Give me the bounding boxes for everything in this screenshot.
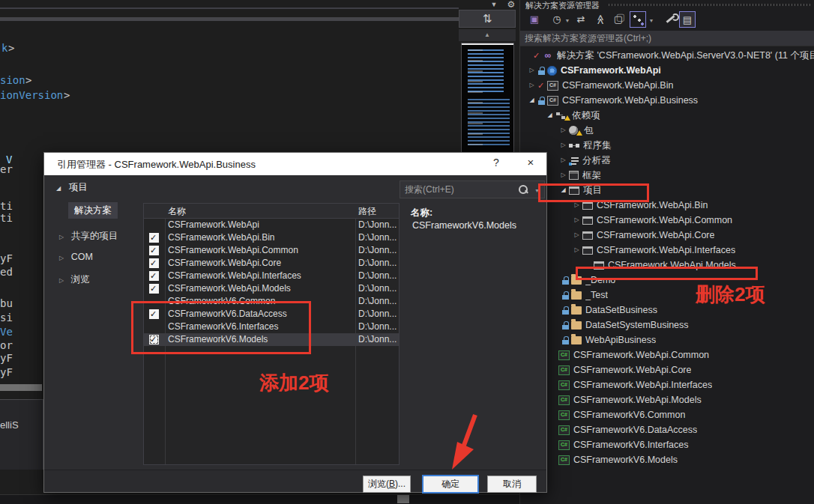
gear-icon[interactable]: ⚙ bbox=[505, 0, 517, 10]
nav-item-shared-projects[interactable]: ▷ 共享的项目 bbox=[59, 230, 118, 243]
tree-item[interactable]: _Test bbox=[520, 288, 814, 303]
detail-name-label: 名称: bbox=[411, 207, 432, 219]
code-minimap[interactable] bbox=[461, 43, 514, 154]
filter-dropdown-icon[interactable] bbox=[564, 11, 571, 28]
pending-changes-filter-icon[interactable] bbox=[549, 11, 565, 28]
table-header[interactable]: 名称 路径 bbox=[144, 204, 399, 219]
switch-views-icon[interactable] bbox=[526, 11, 543, 28]
track-dropdown-icon[interactable] bbox=[648, 11, 655, 28]
horizontal-scrollbar-thumb[interactable] bbox=[0, 384, 42, 391]
collapsed-arrow-icon[interactable]: ▷ bbox=[571, 213, 582, 228]
collapsed-arrow-icon[interactable]: ▷ bbox=[571, 228, 582, 243]
collapsed-arrow-icon[interactable]: ▷ bbox=[558, 153, 569, 168]
tree-item[interactable]: ▷CSFramework.WebApi bbox=[520, 63, 814, 78]
properties-wrench-icon[interactable] bbox=[663, 11, 679, 28]
reference-row[interactable]: CSFramework.WebApiD:\Jonn... bbox=[144, 219, 399, 231]
tree-item[interactable]: ◢C#CSFramework.WebApi.Business bbox=[520, 93, 814, 108]
collapsed-arrow-icon[interactable]: ▷ bbox=[571, 243, 582, 258]
ana-icon bbox=[569, 156, 579, 166]
panel-header[interactable]: 解决方案资源管理器 bbox=[520, 0, 814, 10]
collapsed-arrow-icon[interactable]: ▷ bbox=[558, 123, 569, 138]
browse-key: B bbox=[389, 479, 395, 489]
annotation-label-delete: 删除2项 bbox=[696, 282, 765, 308]
proj-icon bbox=[582, 231, 593, 240]
collapsed-arrow-icon[interactable]: ▷ bbox=[558, 168, 569, 183]
code-fragment: bu bbox=[0, 298, 13, 309]
tree-item[interactable]: C#CSFrameworkV6.Models bbox=[520, 452, 814, 467]
reference-checkbox[interactable] bbox=[149, 284, 159, 294]
expanded-arrow-icon[interactable]: ◢ bbox=[544, 108, 555, 123]
tree-item[interactable]: ▷CSFramework.WebApi.Core bbox=[520, 228, 814, 243]
tree-item[interactable]: ▷程序集 bbox=[520, 138, 814, 153]
tree-item[interactable]: ▷✓C#CSFramework.WebApi.Bin bbox=[520, 78, 814, 93]
nav-item-browse[interactable]: ▷ 浏览 bbox=[59, 273, 90, 286]
nav-item-com[interactable]: ▷ COM bbox=[59, 252, 93, 262]
tree-item[interactable]: C#CSFramework.WebApi.Interfaces bbox=[520, 377, 814, 392]
nav-group-projects[interactable]: ◢ 项目 bbox=[56, 181, 88, 194]
tree-item[interactable]: WebApiBusiness bbox=[520, 333, 814, 347]
tree-item[interactable]: ▷CSFramework.WebApi.Interfaces bbox=[520, 243, 814, 258]
editor-splitter-bar[interactable] bbox=[0, 17, 459, 21]
tree-item[interactable]: C#CSFramework.WebApi.Common bbox=[520, 347, 814, 362]
intellisense-popup: elliS bbox=[0, 399, 43, 470]
reference-row[interactable]: CSFramework.WebApi.BinD:\Jonn... bbox=[144, 231, 399, 244]
tree-item[interactable]: ▷CSFramework.WebApi.Common bbox=[520, 213, 814, 228]
tree-item[interactable]: ▷框架 bbox=[520, 168, 814, 183]
tree-item[interactable]: C#CSFramework.WebApi.Models bbox=[520, 392, 814, 407]
tree-item[interactable]: DataSetSystemBusiness bbox=[520, 318, 814, 333]
tree-item[interactable]: C#CSFrameworkV6.Common bbox=[520, 407, 814, 422]
reference-path: D:\Jonn... bbox=[358, 333, 399, 346]
tree-item-label: CSFrameworkV6.Interfaces bbox=[573, 437, 689, 452]
bottom-scrollbar-thumb[interactable] bbox=[397, 495, 409, 503]
reference-checkbox[interactable] bbox=[149, 258, 159, 268]
show-all-files-icon[interactable] bbox=[679, 11, 696, 28]
explorer-search-input[interactable] bbox=[525, 31, 802, 45]
collapsed-arrow-icon[interactable]: ▷ bbox=[558, 138, 569, 153]
reference-checkbox[interactable] bbox=[149, 271, 159, 281]
tree-item[interactable]: ◢依赖项 bbox=[520, 108, 814, 123]
tree-item[interactable]: ▷包 bbox=[520, 123, 814, 138]
reference-checkbox[interactable] bbox=[149, 233, 159, 243]
reference-row[interactable]: CSFramework.WebApi.InterfacesD:\Jonn... bbox=[144, 270, 399, 282]
name-column-header[interactable]: 名称 bbox=[168, 204, 186, 219]
splitter-handle[interactable]: ⇅ bbox=[459, 10, 516, 28]
tree-item[interactable]: C#CSFramework.WebApi.Core bbox=[520, 362, 814, 377]
code-fragment: sion bbox=[0, 75, 25, 85]
collapsed-arrow-icon[interactable]: ▷ bbox=[526, 78, 537, 93]
preview-selected-items-icon[interactable] bbox=[610, 11, 627, 28]
reference-row[interactable]: CSFramework.WebApi.CommonD:\Jonn... bbox=[144, 244, 399, 257]
tree-item[interactable]: C#CSFrameworkV6.Interfaces bbox=[520, 437, 814, 452]
collapse-all-icon[interactable] bbox=[592, 11, 609, 28]
help-icon[interactable]: ? bbox=[486, 157, 506, 171]
path-column-header[interactable]: 路径 bbox=[358, 204, 376, 219]
collapsed-arrow-icon[interactable]: ▷ bbox=[526, 63, 537, 78]
reference-name: CSFramework.WebApi.Models bbox=[168, 282, 352, 295]
browse-button[interactable]: 浏览(B)... bbox=[363, 476, 411, 493]
asm-icon bbox=[569, 141, 579, 151]
nav-item-solution[interactable]: 解决方案 bbox=[68, 202, 118, 219]
folder-icon bbox=[571, 306, 582, 315]
lock-icon bbox=[537, 65, 547, 76]
code-fragment: Ve bbox=[0, 327, 13, 337]
chevron-down-icon[interactable]: ▼ bbox=[489, 0, 499, 9]
search-icon[interactable] bbox=[519, 185, 528, 194]
dialog-search-input[interactable] bbox=[405, 183, 517, 196]
close-icon[interactable]: × bbox=[519, 156, 542, 172]
reference-row[interactable]: CSFramework.WebApi.CoreD:\Jonn... bbox=[144, 257, 399, 270]
tree-item[interactable]: ✓∞解决方案 'CSFramework.WebApi.ServerV3.0-NE… bbox=[520, 48, 814, 63]
sync-with-active-document-icon[interactable] bbox=[573, 11, 589, 28]
csg-icon: C# bbox=[558, 410, 570, 420]
reference-row[interactable]: CSFramework.WebApi.ModelsD:\Jonn... bbox=[144, 282, 399, 295]
tree-item[interactable]: C#CSFrameworkV6.DataAccess bbox=[520, 422, 814, 437]
csg-icon: C# bbox=[558, 350, 570, 360]
scroll-up-arrow[interactable]: ▲ bbox=[459, 29, 516, 41]
expanded-arrow-icon[interactable]: ◢ bbox=[526, 93, 537, 108]
ok-button[interactable]: 确定 bbox=[423, 476, 478, 493]
reference-checkbox[interactable] bbox=[149, 246, 159, 255]
tree-item[interactable]: DataSetBusiness bbox=[520, 303, 814, 318]
editor-bottom-bar bbox=[0, 494, 519, 504]
tree-item[interactable]: ▷分析器 bbox=[520, 153, 814, 168]
dialog-titlebar[interactable]: 引用管理器 - CSFramework.WebApi.Business ? × bbox=[44, 153, 546, 175]
track-active-item-icon[interactable] bbox=[630, 11, 646, 28]
cancel-button[interactable]: 取消 bbox=[487, 476, 537, 493]
